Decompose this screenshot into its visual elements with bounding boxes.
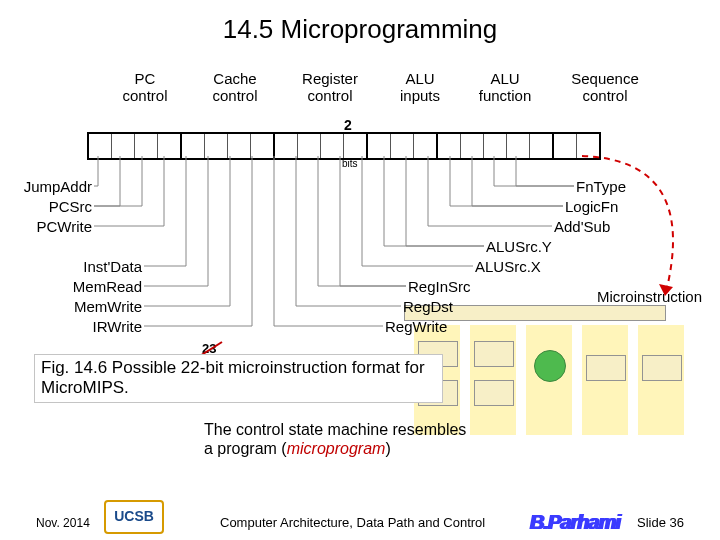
header-cache: Cachecontrol [200, 70, 270, 105]
signal-alusrcx: ALUSrc.X [475, 258, 541, 275]
signal-regwrite: RegWrite [385, 318, 447, 335]
footer-slide: Slide 36 [637, 515, 684, 530]
signal-reginsrc: RegInSrc [408, 278, 471, 295]
signal-pcsrc: PCSrc [14, 198, 92, 215]
signal-jumpaddr: JumpAddr [14, 178, 92, 195]
footer-center: Computer Architecture, Data Path and Con… [220, 515, 485, 530]
figure-caption: Fig. 14.6 Possible 22-bit microinstructi… [34, 354, 443, 403]
header-register: Registercontrol [290, 70, 370, 105]
resemble-text: The control state machine resembles a pr… [204, 420, 466, 458]
signal-pcwrite: PCWrite [14, 218, 92, 235]
footer-date: Nov. 2014 [36, 516, 90, 530]
signal-alusrcy: ALUSrc.Y [486, 238, 552, 255]
page-title: 14.5 Microprogramming [0, 14, 720, 45]
signal-memread: MemRead [64, 278, 142, 295]
signal-fntype: FnType [576, 178, 626, 195]
ucsb-logo: UCSB [104, 500, 164, 534]
two-bit-marker: 2 [344, 117, 352, 133]
microinstruction-label: Microinstruction [597, 288, 702, 305]
signal-regdst: RegDst [403, 298, 453, 315]
signal-logicfn: LogicFn [565, 198, 618, 215]
header-alu-in: ALUinputs [390, 70, 450, 105]
signal-memwrite: MemWrite [64, 298, 142, 315]
header-seq: Sequencecontrol [560, 70, 650, 105]
signal-addsub: Add'Sub [554, 218, 610, 235]
bits-label: bits [342, 158, 358, 169]
microinstruction-bitfield [87, 132, 601, 160]
header-alu-fn: ALUfunction [470, 70, 540, 105]
signal-instdata: Inst'Data [64, 258, 142, 275]
signal-irwrite: IRWrite [64, 318, 142, 335]
author-name: B.Parhami [530, 511, 620, 534]
header-pc: PCcontrol [110, 70, 180, 105]
